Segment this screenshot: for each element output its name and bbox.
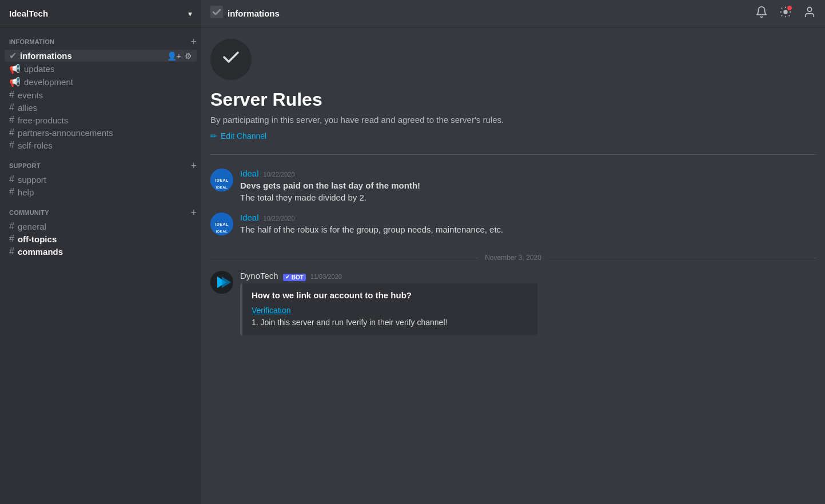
topbar-channel-name: informations — [228, 9, 280, 18]
channel-name-general: general — [18, 222, 192, 231]
avatar-ideal-1: IDEAL — [210, 169, 233, 191]
hash-icon-commands: # — [9, 246, 14, 257]
channel-name-self-roles: self-roles — [18, 141, 192, 150]
hash-icon-help: # — [9, 187, 14, 197]
announcement-icon: ✔ — [9, 50, 17, 61]
sidebar-item-development[interactable]: 📢 development — [5, 76, 197, 88]
sidebar-item-support[interactable]: # support — [5, 174, 197, 185]
message-group-2: IDEAL Ideal 10/22/2020 The half of the r… — [210, 213, 816, 235]
channel-avatar-icon — [221, 47, 241, 72]
message-author-bot: DynoTech — [240, 271, 278, 281]
sidebar-item-self-roles[interactable]: # self-roles — [5, 139, 197, 151]
sidebar-item-events[interactable]: # events — [5, 89, 197, 101]
message-text-2: The half of the robux is for the group, … — [240, 223, 816, 235]
svg-point-1 — [783, 10, 787, 14]
embed-body: 1. Join this server and run !verify in t… — [252, 318, 447, 327]
svg-rect-0 — [210, 6, 223, 18]
message-timestamp-1: 10/22/2020 — [264, 171, 295, 178]
bot-badge-label: BOT — [292, 274, 304, 281]
hash-icon-self-roles: # — [9, 140, 14, 150]
announcement-icon-dev: 📢 — [9, 77, 21, 87]
date-divider: November 3, 2020 — [210, 254, 816, 262]
channel-name-development: development — [24, 77, 192, 87]
category-information[interactable]: INFORMATION + — [0, 27, 201, 49]
svg-point-2 — [807, 7, 811, 11]
add-channel-icon-support[interactable]: + — [190, 161, 197, 171]
embed-box: How to we link our account to the hub? V… — [240, 283, 537, 335]
embed-link[interactable]: Verification — [252, 306, 290, 315]
bot-badge: ✔ BOT — [283, 274, 306, 281]
channel-banner: Server Rules By participating in this se… — [210, 39, 816, 155]
hash-icon-events: # — [9, 90, 14, 100]
notification-icon[interactable] — [779, 6, 792, 21]
channel-name-support: support — [18, 175, 192, 185]
svg-text:IDEAL: IDEAL — [215, 222, 229, 226]
add-channel-icon-information[interactable]: + — [190, 37, 197, 47]
message-text-1b: The total they made divided by 2. — [240, 191, 816, 203]
sidebar-item-help[interactable]: # help — [5, 186, 197, 198]
sidebar-item-partners-announcements[interactable]: # partners-announcements — [5, 127, 197, 138]
channel-name-commands: commands — [18, 247, 192, 257]
sidebar-item-free-products[interactable]: # free-products — [5, 114, 197, 126]
avatar-dyno — [210, 271, 233, 294]
hash-icon-support: # — [9, 174, 14, 185]
add-channel-icon-community[interactable]: + — [190, 207, 197, 218]
message-content-bot: DynoTech ✔ BOT 11/03/2020 How to we link… — [240, 271, 816, 335]
message-content-2: Ideal 10/22/2020 The half of the robux i… — [240, 213, 816, 235]
message-timestamp-bot: 11/03/2020 — [310, 273, 342, 280]
sidebar-item-off-topics[interactable]: # off-topics — [5, 233, 197, 245]
svg-text:IDEAL: IDEAL — [215, 178, 229, 182]
message-text-1a: Devs gets paid on the last day of the mo… — [240, 179, 816, 191]
message-header-1: Ideal 10/22/2020 — [240, 169, 816, 178]
category-label-community: COMMUNITY — [9, 209, 49, 216]
message-header-2: Ideal 10/22/2020 — [240, 213, 816, 222]
channel-name-events: events — [18, 90, 192, 100]
channel-name-free-products: free-products — [18, 115, 192, 125]
topbar: informations — [201, 0, 825, 27]
message-author-1: Ideal — [240, 169, 259, 178]
category-community[interactable]: COMMUNITY + — [0, 198, 201, 220]
embed-title: How to we link our account to the hub? — [252, 290, 528, 300]
topbar-right — [755, 6, 816, 21]
category-support[interactable]: SUPPORT + — [0, 151, 201, 173]
server-header[interactable]: IdealTech ▾ — [0, 0, 201, 27]
sidebar-item-updates[interactable]: 📢 updates — [5, 63, 197, 75]
channel-name-allies: allies — [18, 103, 192, 113]
bell-icon[interactable] — [755, 6, 768, 21]
message-header-bot: DynoTech ✔ BOT 11/03/2020 — [240, 271, 816, 281]
announcement-icon-updates: 📢 — [9, 63, 21, 74]
sidebar-item-informations[interactable]: ✔ informations 👤+ ⚙ — [5, 50, 197, 62]
category-label-support: SUPPORT — [9, 162, 41, 169]
sidebar-item-allies[interactable]: # allies — [5, 102, 197, 113]
edit-channel-button[interactable]: ✏ Edit Channel — [210, 131, 266, 141]
settings-icon[interactable]: ⚙ — [185, 51, 192, 61]
category-label-information: INFORMATION — [9, 38, 54, 45]
profile-icon[interactable] — [803, 6, 816, 21]
topbar-channel-icon — [210, 6, 223, 21]
server-name: IdealTech — [9, 9, 48, 18]
add-member-icon[interactable]: 👤+ — [167, 51, 181, 61]
edit-icon: ✏ — [210, 131, 217, 141]
sidebar-item-general[interactable]: # general — [5, 221, 197, 232]
hash-icon-off-topics: # — [9, 234, 14, 244]
main-content: informations — [201, 0, 825, 504]
edit-channel-label: Edit Channel — [221, 131, 266, 141]
message-content-1: Ideal 10/22/2020 Devs gets paid on the l… — [240, 169, 816, 203]
sidebar-item-commands[interactable]: # commands — [5, 246, 197, 257]
hash-icon-partners: # — [9, 127, 14, 138]
hash-icon-allies: # — [9, 102, 14, 113]
channel-title: Server Rules — [210, 89, 322, 110]
embed-text: Verification 1. Join this server and run… — [252, 305, 528, 329]
message-author-2: Ideal — [240, 213, 259, 222]
message-group-1: IDEAL Ideal 10/22/2020 Devs gets paid on… — [210, 169, 816, 203]
channel-avatar — [210, 39, 252, 80]
channel-description: By participating in this server, you hav… — [210, 115, 504, 125]
topbar-left: informations — [210, 6, 280, 21]
chevron-down-icon: ▾ — [188, 9, 192, 18]
channel-name-help: help — [18, 187, 192, 197]
hash-icon-free-products: # — [9, 115, 14, 125]
date-label: November 3, 2020 — [478, 254, 548, 262]
hash-icon-general: # — [9, 221, 14, 231]
messages-area[interactable]: Server Rules By participating in this se… — [201, 27, 825, 504]
bot-badge-check-icon: ✔ — [285, 274, 290, 280]
